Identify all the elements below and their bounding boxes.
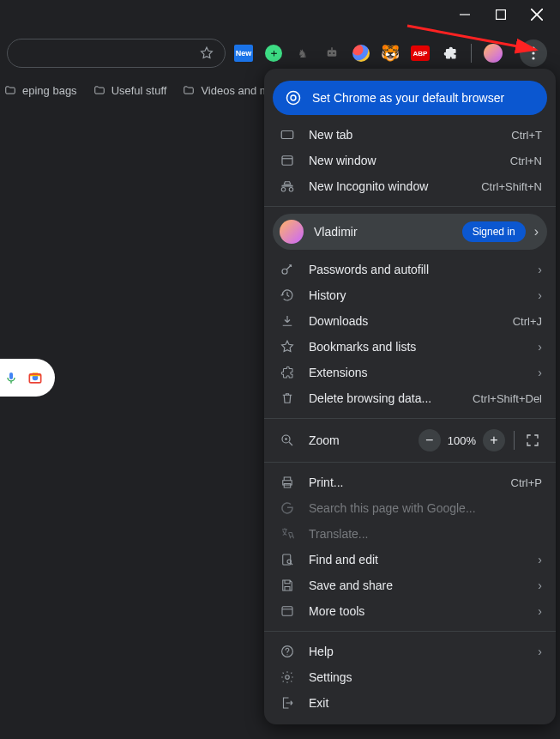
svg-rect-4 <box>328 50 337 57</box>
svg-rect-7 <box>331 47 333 50</box>
menu-save-share[interactable]: Save and share› <box>264 572 556 598</box>
svg-point-14 <box>287 92 300 105</box>
star-icon[interactable] <box>199 45 214 61</box>
ext-bot-icon[interactable] <box>323 45 340 62</box>
menu-extensions[interactable]: Extensions› <box>264 360 556 385</box>
separator <box>264 206 556 207</box>
menu-label: Passwords and autofill <box>309 263 429 276</box>
svg-point-19 <box>282 269 287 274</box>
search-pill <box>0 359 55 397</box>
menu-history[interactable]: History› <box>264 282 556 308</box>
chrome-icon <box>285 89 302 106</box>
svg-rect-17 <box>282 156 292 166</box>
google-icon <box>280 500 295 516</box>
menu-new-window[interactable]: New windowCtrl+N <box>264 148 556 173</box>
menu-label: Bookmarks and lists <box>309 340 416 354</box>
zoom-row: Zoom − 100% + <box>264 426 556 455</box>
bookmark-label: Useful stuff <box>111 84 167 97</box>
shortcut: Ctrl+Shift+Del <box>473 392 542 405</box>
menu-exit[interactable]: Exit <box>264 690 556 716</box>
chevron-right-icon: › <box>538 263 542 276</box>
menu-delete-data[interactable]: Delete browsing data...Ctrl+Shift+Del <box>264 385 556 411</box>
profile-row[interactable]: Vladimir Signed in › <box>273 214 547 250</box>
incognito-icon <box>280 179 295 194</box>
menu-label: Help <box>309 645 334 658</box>
ext-new-icon[interactable]: New <box>234 45 253 62</box>
menu-print[interactable]: Print...Ctrl+P <box>264 469 556 495</box>
menu-label: Save and share <box>309 578 393 592</box>
chevron-right-icon: › <box>534 224 539 239</box>
chevron-right-icon: › <box>538 604 542 618</box>
zoom-out-button[interactable]: − <box>418 429 441 451</box>
maximize-button[interactable] <box>495 9 507 21</box>
save-icon <box>280 578 295 593</box>
shortcut: Ctrl+N <box>510 154 542 167</box>
lens-icon[interactable] <box>27 369 44 386</box>
menu-new-tab[interactable]: New tabCtrl+T <box>264 122 556 148</box>
menu-label: Downloads <box>309 314 368 328</box>
exit-icon <box>280 695 295 711</box>
shortcut: Ctrl+Shift+N <box>481 180 542 193</box>
ext-abp-icon[interactable]: ABP <box>411 45 430 61</box>
menu-label: New Incognito window <box>309 179 428 193</box>
menu-downloads[interactable]: DownloadsCtrl+J <box>264 308 556 334</box>
chevron-right-icon: › <box>538 645 542 658</box>
menu-label: Print... <box>309 476 343 489</box>
menu-help[interactable]: Help› <box>264 639 556 664</box>
zoom-in-button[interactable]: + <box>483 429 505 451</box>
fullscreen-button[interactable] <box>523 431 542 450</box>
bookmark-folder[interactable]: Useful stuff <box>93 84 167 97</box>
ext-color-icon[interactable] <box>352 45 370 62</box>
menu-label: History <box>309 288 346 302</box>
ext-tiger-icon[interactable]: 🐯 <box>382 45 399 62</box>
default-browser-promo[interactable]: Set Chrome as your default browser <box>273 81 547 115</box>
profile-avatar-icon[interactable] <box>484 44 503 63</box>
translate-icon <box>280 526 295 542</box>
svg-rect-16 <box>281 131 293 139</box>
omnibox[interactable] <box>7 39 226 68</box>
menu-find-edit[interactable]: Find and edit› <box>264 547 556 572</box>
ext-knight-icon[interactable]: ♞ <box>294 45 311 62</box>
help-icon <box>280 644 295 659</box>
mic-icon[interactable] <box>4 371 18 385</box>
print-icon <box>280 475 295 490</box>
menu-passwords[interactable]: Passwords and autofill› <box>264 257 556 282</box>
extensions-puzzle-icon[interactable] <box>442 45 459 62</box>
svg-rect-1 <box>497 10 506 20</box>
menu-search-page: Search this page with Google... <box>264 495 556 521</box>
menu-button[interactable] <box>520 39 547 67</box>
gear-icon <box>280 669 295 685</box>
svg-point-6 <box>333 52 334 54</box>
menu-settings[interactable]: Settings <box>264 664 556 690</box>
bookmark-folder[interactable]: eping bags <box>3 84 77 97</box>
zoom-value: 100% <box>448 434 476 447</box>
menu-incognito[interactable]: New Incognito windowCtrl+Shift+N <box>264 173 556 199</box>
signed-in-badge: Signed in <box>462 221 526 242</box>
ext-plus-icon[interactable]: ＋ <box>265 45 282 62</box>
history-icon <box>280 288 295 303</box>
chrome-menu: Set Chrome as your default browser New t… <box>264 69 556 724</box>
menu-label: Settings <box>309 670 352 684</box>
menu-more-tools[interactable]: More tools› <box>264 598 556 624</box>
shortcut: Ctrl+T <box>511 129 542 142</box>
menu-label: Delete browsing data... <box>309 391 431 405</box>
divider <box>514 431 515 450</box>
tab-icon <box>280 127 295 142</box>
tools-icon <box>280 603 295 619</box>
chevron-right-icon: › <box>538 288 542 302</box>
menu-label: New tab <box>309 128 352 142</box>
zoom-icon <box>280 433 295 448</box>
separator <box>264 462 556 463</box>
profile-avatar-icon <box>280 220 304 244</box>
zoom-label: Zoom <box>309 433 340 447</box>
menu-label: More tools <box>309 604 364 618</box>
chevron-right-icon: › <box>538 553 542 566</box>
menu-translate: Translate... <box>264 521 556 547</box>
shortcut: Ctrl+P <box>511 476 542 489</box>
menu-bookmarks[interactable]: Bookmarks and lists› <box>264 334 556 360</box>
toolbar: New ＋ ♞ 🐯 ABP <box>0 38 560 69</box>
menu-label: Find and edit <box>309 553 378 566</box>
close-button[interactable] <box>531 9 543 21</box>
minimize-button[interactable] <box>459 9 471 21</box>
bookmarks-bar: eping bags Useful stuff Videos and music… <box>0 77 298 103</box>
